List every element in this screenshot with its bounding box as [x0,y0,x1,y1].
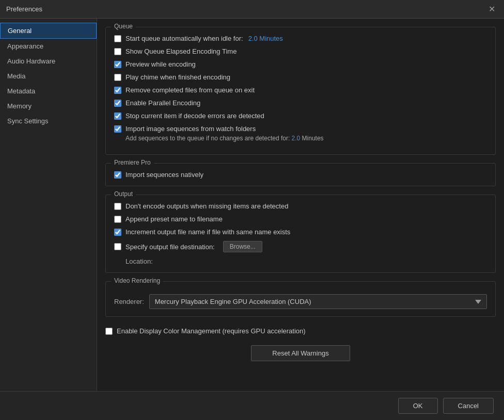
checkbox-remove-completed[interactable] [114,87,121,94]
footer: OK Cancel [0,391,504,420]
checkbox-row-append-preset: Append preset name to filename [114,215,487,223]
label-import-image-sequences: Import image sequences from watch folder… [125,125,256,133]
checkbox-row-specify-destination: Specify output file destination:Browse..… [114,241,487,252]
checkbox-append-preset[interactable] [114,216,121,223]
label-import-natively: Import sequences natively [125,171,203,179]
sidebar-item-media[interactable]: Media [0,69,97,84]
checkbox-start-queue[interactable] [114,35,121,42]
renderer-select[interactable]: Mercury Playback Engine GPU Acceleration… [149,294,487,309]
title-bar: Preferences ✕ [0,0,504,19]
color-management-row: Enable Display Color Management (require… [105,325,496,337]
renderer-row: Renderer:Mercury Playback Engine GPU Acc… [114,294,487,309]
checkbox-row-dont-encode-missing: Don't encode outputs when missing items … [114,202,487,210]
checkbox-specify-destination[interactable] [114,243,121,250]
checkbox-parallel-encoding[interactable] [114,100,121,107]
checkbox-increment-filename[interactable] [114,229,121,236]
ok-button[interactable]: OK [398,398,438,414]
label-remove-completed: Remove completed files from queue on exi… [125,86,255,94]
output-section-title: Output [111,190,136,198]
sidebar-item-general[interactable]: General [0,23,97,39]
sidebar-item-sync-settings[interactable]: Sync Settings [0,114,97,128]
checkbox-stop-decode-errors[interactable] [114,112,121,120]
sidebar-item-memory[interactable]: Memory [0,99,97,114]
label-stop-decode-errors: Stop current item if decode errors are d… [125,112,264,120]
sidebar-item-metadata[interactable]: Metadata [0,84,97,99]
location-label: Location: [125,257,153,265]
close-button[interactable]: ✕ [485,3,498,15]
sidebar: GeneralAppearanceAudio HardwareMediaMeta… [0,19,97,391]
label-show-elapsed: Show Queue Elapsed Encoding Time [125,47,237,55]
label-play-chime: Play chime when finished encoding [125,73,230,81]
browse-button[interactable]: Browse... [223,241,262,252]
inline-value-start-queue: 2.0 Minutes [248,35,283,42]
checkbox-color-management[interactable] [105,328,113,335]
checkbox-row-remove-completed: Remove completed files from queue on exi… [114,86,487,94]
window-title: Preferences [6,5,42,13]
label-increment-filename: Increment output file name if file with … [125,228,290,236]
checkbox-row-preview-encoding: Preview while encoding [114,60,487,68]
video-rendering-section-title: Video Rendering [111,277,163,284]
sidebar-item-appearance[interactable]: Appearance [0,39,97,54]
label-parallel-encoding: Enable Parallel Encoding [125,99,200,107]
sidebar-item-audio-hardware[interactable]: Audio Hardware [0,54,97,69]
premiere-pro-section-title: Premiere Pro [111,159,154,166]
checkbox-row-start-queue: Start queue automatically when idle for:… [114,35,487,42]
label-preview-encoding: Preview while encoding [125,60,196,68]
label-dont-encode-missing: Don't encode outputs when missing items … [125,202,288,210]
queue-subtext: Add sequences to the queue if no changes… [125,135,487,142]
queue-section-title: Queue [111,23,136,30]
main-content: GeneralAppearanceAudio HardwareMediaMeta… [0,19,504,391]
checkbox-row-import-natively: Import sequences natively [114,171,487,179]
label-specify-destination: Specify output file destination: [125,243,215,251]
video-rendering-section: Video RenderingRenderer:Mercury Playback… [105,281,496,317]
location-row: Location: [125,257,487,265]
checkbox-import-natively[interactable] [114,171,121,179]
checkbox-show-elapsed[interactable] [114,48,121,55]
checkbox-preview-encoding[interactable] [114,61,121,68]
label-append-preset: Append preset name to filename [125,215,223,223]
checkbox-dont-encode-missing[interactable] [114,203,121,210]
cancel-button[interactable]: Cancel [443,398,494,414]
checkbox-import-image-sequences[interactable] [114,125,121,133]
output-section: OutputDon't encode outputs when missing … [105,195,496,273]
queue-section: QueueStart queue automatically when idle… [105,27,496,155]
checkbox-row-parallel-encoding: Enable Parallel Encoding [114,99,487,107]
content-area: QueueStart queue automatically when idle… [97,19,504,391]
checkbox-row-play-chime: Play chime when finished encoding [114,73,487,81]
checkbox-play-chime[interactable] [114,74,121,81]
premiere-pro-section: Premiere ProImport sequences natively [105,163,496,186]
reset-warnings-button[interactable]: Reset All Warnings [251,345,350,361]
checkbox-row-stop-decode-errors: Stop current item if decode errors are d… [114,112,487,120]
checkbox-row-import-image-sequences: Import image sequences from watch folder… [114,125,487,133]
label-color-management: Enable Display Color Management (require… [117,327,306,335]
checkbox-row-show-elapsed: Show Queue Elapsed Encoding Time [114,47,487,55]
renderer-label: Renderer: [114,298,144,305]
checkbox-row-increment-filename: Increment output file name if file with … [114,228,487,236]
label-start-queue: Start queue automatically when idle for: [125,35,243,42]
